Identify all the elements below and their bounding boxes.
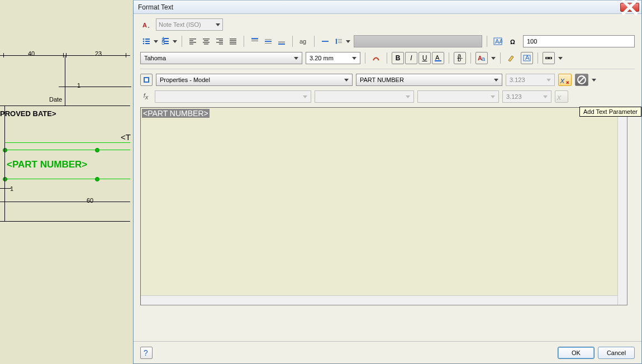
part-number-placeholder[interactable]: <PART NUMBER> [7,159,87,170]
svg-rect-4 [145,41,150,42]
fx-source-dropdown [155,90,311,103]
svg-rect-2 [145,39,150,40]
spacing-value-field[interactable] [354,35,482,47]
svg-rect-12 [164,43,169,44]
valign-middle-button[interactable] [262,35,274,47]
charmap-dropdown[interactable] [491,52,496,64]
svg-point-1 [143,39,145,40]
dim-60: 60 [87,197,93,204]
ruler-dropdown[interactable] [558,52,563,64]
close-button[interactable] [620,3,639,12]
dim-1a: 1 [77,82,80,89]
svg-rect-15 [189,42,196,43]
help-button[interactable]: ? [140,347,153,359]
align-right-button[interactable] [213,35,226,47]
dim-23: 23 [95,50,102,57]
clear-format-button[interactable] [370,52,382,64]
svg-rect-35 [278,41,285,42]
svg-rect-26 [230,40,236,41]
dim-1b: 1 [10,185,13,192]
svg-rect-20 [204,44,208,45]
bullet-dropdown[interactable] [154,35,158,47]
underline-button[interactable]: U [419,52,431,64]
symbol-dropdown[interactable] [592,74,596,86]
svg-rect-28 [230,44,236,45]
stretch-input[interactable] [523,35,635,47]
svg-rect-24 [219,44,223,45]
italic-button[interactable]: I [405,52,417,64]
vertical-scrollbar[interactable] [617,108,627,305]
ok-button[interactable]: OK [558,347,595,359]
fit-text-button[interactable]: AA [492,35,504,47]
svg-text:A: A [142,22,147,28]
ruler-button[interactable] [543,52,555,64]
tag-t: <T [121,132,131,142]
svg-text:Ω: Ω [510,39,515,45]
highlight-button[interactable] [505,52,517,64]
align-center-button[interactable] [200,35,212,47]
valign-top-button[interactable] [249,35,261,47]
valign-bottom-button[interactable] [275,35,288,47]
line-spacing-button[interactable] [332,35,345,47]
bullet-list-button[interactable] [140,35,153,47]
dialog-titlebar[interactable]: Format Text [134,1,641,14]
fx-param-dropdown [315,90,414,103]
svg-rect-33 [265,41,272,42]
fx-param2-dropdown [417,90,499,103]
stacked-text-button[interactable]: ab [454,52,466,64]
svg-rect-14 [189,40,193,41]
align-left-button[interactable] [187,35,199,47]
approved-text: PROVED BATE> [0,109,56,118]
svg-rect-27 [230,42,236,43]
svg-rect-41 [338,39,342,40]
text-box-button[interactable]: A [521,52,533,64]
svg-rect-31 [251,41,258,41]
case-toggle-button[interactable]: ag [297,35,310,47]
number-dropdown[interactable] [173,35,177,47]
add-text-parameter-button[interactable]: x [558,74,572,86]
align-justify-button[interactable] [227,35,239,47]
line-spacing-dropdown[interactable] [346,35,350,47]
svg-rect-19 [203,42,210,43]
horizontal-scrollbar[interactable] [141,295,617,305]
svg-rect-56 [545,57,552,59]
tooltip: Add Text Parameter [579,107,641,117]
text-edit-area[interactable]: <PART NUMBER> [140,107,627,305]
font-color-button[interactable]: A [432,52,444,64]
svg-rect-8 [164,38,169,39]
component-icon[interactable] [140,74,153,86]
svg-text:ag: ag [299,38,306,45]
diameter-symbol-button[interactable] [575,74,588,86]
svg-rect-37 [278,44,285,45]
property-name-dropdown[interactable]: PART NUMBER [356,74,502,86]
text-style-icon[interactable]: A [140,18,153,31]
bold-button[interactable]: B [392,52,404,64]
font-value: Tahoma [144,55,166,61]
svg-rect-34 [265,43,272,44]
svg-rect-40 [336,40,337,43]
font-dropdown[interactable]: Tahoma [140,52,302,64]
number-list-button[interactable]: 123 [159,35,172,47]
character-map-button[interactable]: Aa [475,52,488,64]
svg-rect-16 [189,44,193,45]
text-content-selection[interactable]: <PART NUMBER> [142,109,210,118]
line-spacing-single-button[interactable] [319,35,331,47]
svg-rect-13 [189,39,196,40]
svg-text:a: a [482,55,486,62]
stretch-button[interactable]: Ω [507,35,520,47]
svg-point-58 [550,58,551,59]
svg-text:A: A [525,54,530,61]
add-fx-parameter-button: x [555,90,568,103]
cancel-button[interactable]: Cancel [598,347,635,359]
style-dropdown[interactable]: Note Text (ISO) [156,18,223,31]
svg-text:b: b [458,56,461,63]
format-text-dialog: Format Text A Note Text (ISO) 123 [133,0,642,364]
size-dropdown[interactable]: 3.20 mm [306,52,360,64]
svg-rect-10 [164,41,169,42]
svg-text:x: x [560,75,565,85]
property-source-dropdown[interactable]: Properties - Model [156,74,353,86]
svg-text:A: A [435,54,440,61]
svg-rect-36 [278,42,285,43]
svg-text:x: x [557,92,562,102]
property-name-value: PART NUMBER [360,76,404,83]
